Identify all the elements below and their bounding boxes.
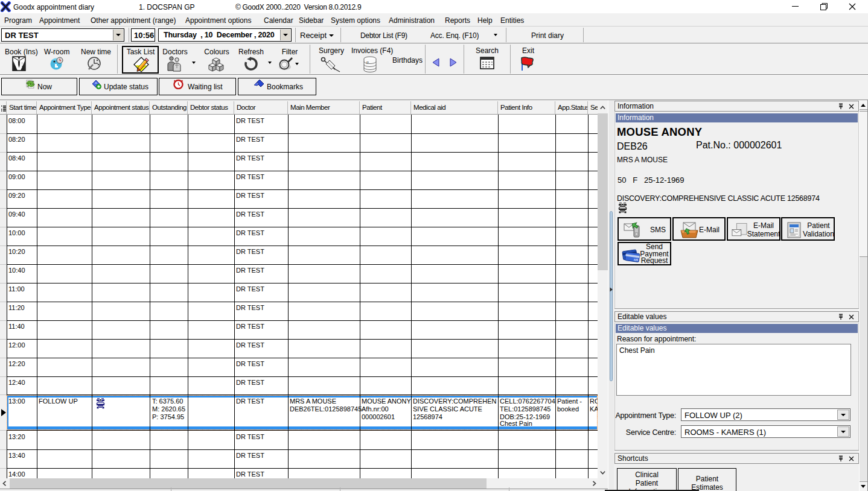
svg-text:P.: P. bbox=[366, 61, 369, 65]
